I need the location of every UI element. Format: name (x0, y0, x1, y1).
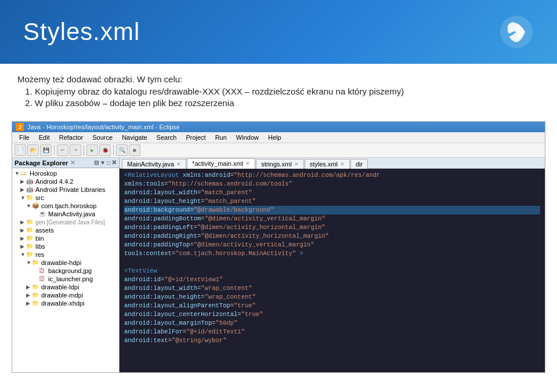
tb-settings[interactable]: ⚙ (129, 144, 140, 156)
tree-android442[interactable]: ▶ 🤖 Android 4.4.2 (12, 177, 119, 186)
tree-bin[interactable]: ▶ 📁 bin (12, 234, 119, 242)
code-line-17: android:layout_centerHorizontal="true" (124, 310, 540, 319)
panel-close-icon[interactable]: ✕ (111, 159, 117, 166)
tree-ic-launcher[interactable]: 🖼 ic_launcher.png (12, 275, 119, 283)
code-line-7: android:paddingLeft="@dimen/activity_hor… (124, 223, 540, 232)
tree-drawable-xhdpi[interactable]: ▶ 📁 drawable-xhdpi (12, 299, 119, 307)
tab-strings-close[interactable]: ✕ (294, 161, 299, 167)
tree-drawable-mdpi[interactable]: ▶ 📁 drawable-mdpi (12, 291, 119, 299)
eclipse-window: J Java - Horoskop/res/layout/activity_ma… (12, 121, 545, 373)
menu-project[interactable]: Project (181, 133, 210, 142)
tab-mainactivity-label: MainActivity.java (127, 161, 174, 168)
tree-res[interactable]: ▼ 📁 res (12, 251, 119, 259)
tree-label-assets: assets (35, 227, 54, 234)
code-line-9: android:paddingTop="@dimen/activity_vert… (124, 241, 540, 249)
bin-folder-icon: 📁 (26, 235, 34, 242)
tab-mainactivity[interactable]: MainActivity.java ✕ (122, 159, 186, 169)
menu-window[interactable]: Window (232, 133, 263, 142)
tree-gen[interactable]: ▶ 📁 gen [Generated Java Files] (12, 218, 119, 226)
libs-folder-icon: 📁 (26, 243, 34, 250)
panel-title: Package Explorer (15, 159, 68, 166)
tree-label-horoskop: Horoskop (30, 170, 57, 177)
tree-label-mainactivity: MainActivity.java (48, 210, 95, 217)
panel-header-left: Package Explorer ✕ (15, 159, 75, 166)
code-line-15: android:layout_height="wrap_content" (124, 293, 540, 302)
android-icon: 🤖 (26, 178, 34, 185)
gen-folder-icon: 📁 (26, 219, 34, 226)
tab-styles-close[interactable]: ✕ (340, 161, 345, 167)
tb-run[interactable]: ▶ (86, 144, 98, 156)
tb-new[interactable]: 📄 (15, 144, 26, 156)
tree-label-drawable-xhdpi: drawable-xhdpi (41, 300, 85, 307)
panel-max-icon[interactable]: □ (107, 159, 110, 166)
tab-activity-main-close[interactable]: ✕ (245, 161, 250, 166)
panel-tab-x: ✕ (70, 159, 75, 166)
tab-activity-main-xml[interactable]: *activity_main.xml ✕ (187, 158, 255, 169)
tb-back[interactable]: ← (57, 144, 68, 156)
tree-arrow-libs: ▶ (20, 244, 26, 249)
drawable-ldpi-icon: 📁 (32, 284, 40, 291)
src-folder-icon: 📁 (26, 194, 34, 201)
tree-drawable-ldpi[interactable]: ▶ 📁 drawable-ldpi (12, 283, 119, 291)
assets-folder-icon: 📁 (26, 227, 34, 234)
tree-libs[interactable]: ▶ 📁 libs (12, 242, 119, 251)
intro-list: Kopiujemy obraz do katalogu res/drawable… (35, 86, 540, 108)
menu-search[interactable]: Search (152, 133, 182, 142)
res-folder-icon: 📁 (26, 251, 34, 258)
drawable-hdpi-icon: 📁 (32, 259, 40, 266)
tree-label-drawable-ldpi: drawable-ldpi (41, 284, 79, 291)
tb-debug[interactable]: 🐞 (99, 144, 111, 156)
intro-item2: W pliku zasobów – dodaje ten plik bez ro… (35, 98, 540, 108)
panel-collapse-icon[interactable]: ⊟ (94, 159, 99, 166)
tree-assets[interactable]: ▶ 📁 assets (12, 226, 119, 234)
tree-arrow-bin: ▶ (20, 235, 26, 241)
tb-open[interactable]: 📂 (27, 144, 39, 156)
tree-package[interactable]: ▼ 📦 com.tjach.horoskop (12, 202, 119, 210)
panel-menu-icon[interactable]: ▼ (100, 159, 106, 166)
eclipse-icon: J (16, 123, 24, 131)
package-explorer-panel: Package Explorer ✕ ⊟ ▼ □ ✕ ▼ 🗂 Horoskop (12, 158, 120, 372)
intro-section: Możemy też dodawać obrazki. W tym celu: … (0, 64, 557, 117)
tab-dir[interactable]: dir (350, 159, 368, 169)
eclipse-menubar[interactable]: File Edit Refactor Source Navigate Searc… (12, 132, 545, 143)
android-private-icon: 🤖 (26, 186, 34, 193)
editor-area: MainActivity.java ✕ *activity_main.xml ✕… (120, 158, 545, 372)
tb-search[interactable]: 🔍 (116, 144, 128, 156)
code-line-6: android:paddingBottom="@dimen/activity_v… (124, 215, 540, 223)
tree-horoskop[interactable]: ▼ 🗂 Horoskop (12, 169, 119, 177)
code-line-19: android:labelFor="@+id/editText1" (124, 328, 540, 336)
tree-drawable-hdpi[interactable]: ▼ 📁 drawable-hdpi (12, 259, 119, 267)
code-line-18: android:layout_marginTop="50dp" (124, 319, 540, 328)
tree-background-jpg[interactable]: 🖼 background.jpg (12, 267, 119, 275)
menu-help[interactable]: Help (263, 133, 286, 142)
tree-label-background-jpg: background.jpg (48, 267, 92, 274)
code-editor[interactable]: <RelativeLayout xmlns:android="http://sc… (120, 169, 545, 372)
code-line-13: android:id="@+id/textView1" (124, 275, 540, 284)
tb-fwd[interactable]: → (70, 144, 81, 156)
tree-arrow-assets: ▶ (20, 227, 26, 233)
editor-tabs: MainActivity.java ✕ *activity_main.xml ✕… (120, 158, 545, 169)
drawable-xhdpi-icon: 📁 (32, 300, 40, 307)
tree-mainactivity[interactable]: ☕ MainActivity.java (12, 210, 119, 218)
tab-mainactivity-close[interactable]: ✕ (176, 161, 181, 167)
tab-activity-main-label: *activity_main.xml (192, 160, 243, 167)
tab-dir-label: dir (356, 161, 363, 168)
eclipse-titlebar: J Java - Horoskop/res/layout/activity_ma… (12, 122, 545, 132)
panel-header-icons: ⊟ ▼ □ ✕ (94, 159, 117, 166)
tree-src[interactable]: ▼ 📁 src (12, 194, 119, 202)
tree-label-libs: libs (35, 243, 45, 250)
menu-run[interactable]: Run (211, 133, 232, 142)
menu-edit[interactable]: Edit (34, 133, 55, 142)
tab-styles-xml[interactable]: styles.xml ✕ (305, 159, 350, 169)
menu-source[interactable]: Source (88, 133, 117, 142)
tb-save[interactable]: 💾 (40, 144, 52, 156)
menu-navigate[interactable]: Navigate (117, 133, 151, 142)
tree-android-private[interactable]: ▶ 🤖 Android Private Libraries (12, 186, 119, 194)
tree-label-android442: Android 4.4.2 (35, 178, 73, 185)
tab-strings-xml[interactable]: strings.xml ✕ (256, 159, 304, 169)
menu-refactor[interactable]: Refactor (55, 133, 88, 142)
tree-arrow-drawable-hdpi: ▼ (26, 260, 32, 266)
tree-arrow-drawable-mdpi: ▶ (26, 292, 32, 298)
menu-file[interactable]: File (15, 133, 34, 142)
eclipse-body: Package Explorer ✕ ⊟ ▼ □ ✕ ▼ 🗂 Horoskop (12, 158, 545, 372)
